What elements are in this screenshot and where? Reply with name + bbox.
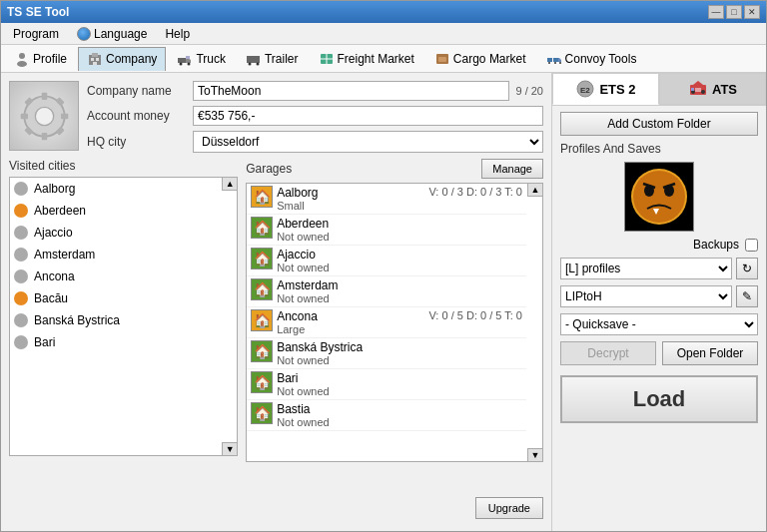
garage-name: Amsterdam bbox=[277, 278, 338, 292]
garages-section: Garages Manage ▲ 🏠AalborgSmallV: 0 / 3 D… bbox=[246, 159, 543, 487]
toolbar-truck[interactable]: Truck bbox=[168, 47, 235, 71]
city-name: Ancona bbox=[34, 269, 75, 283]
cities-scroll-down[interactable]: ▼ bbox=[222, 442, 238, 456]
profiles-dropdown[interactable]: [L] profiles bbox=[560, 258, 732, 279]
garage-list-item[interactable]: 🏠AberdeenNot owned bbox=[247, 215, 526, 246]
list-item[interactable]: Bacău bbox=[10, 287, 221, 309]
load-button[interactable]: Load bbox=[560, 375, 758, 423]
backups-checkbox[interactable] bbox=[745, 239, 758, 252]
action-buttons-row: Decrypt Open Folder bbox=[560, 341, 758, 365]
save-dropdown-row: - Quicksave - bbox=[560, 313, 758, 335]
city-visited-dot bbox=[14, 269, 28, 283]
account-money-input[interactable] bbox=[193, 106, 543, 126]
company-name-row: Company name 9 / 20 bbox=[87, 81, 543, 101]
toolbar-company[interactable]: Company bbox=[78, 47, 166, 71]
garage-icon: 🏠 bbox=[251, 371, 273, 393]
svg-point-23 bbox=[548, 62, 550, 64]
menu-language[interactable]: Language bbox=[69, 25, 155, 43]
upgrade-bar: Upgrade bbox=[9, 493, 543, 523]
svg-rect-43 bbox=[691, 88, 694, 91]
toolbar-freight[interactable]: Freight Market bbox=[310, 47, 423, 71]
garage-list-item[interactable]: 🏠AjaccioNot owned bbox=[247, 246, 526, 276]
freight-icon bbox=[319, 51, 335, 67]
cities-scroll-up[interactable]: ▲ bbox=[222, 177, 238, 191]
garages-title: Garages bbox=[246, 162, 292, 176]
minimize-button[interactable]: — bbox=[708, 5, 724, 19]
svg-rect-6 bbox=[93, 62, 97, 65]
hq-city-label: HQ city bbox=[87, 135, 187, 149]
garage-status: Not owned bbox=[277, 416, 330, 428]
svg-point-24 bbox=[554, 62, 556, 64]
visited-cities-title: Visited cities bbox=[9, 159, 75, 173]
garage-list-item[interactable]: 🏠BastiaNot owned bbox=[247, 400, 526, 431]
tab-ets2-label: ETS 2 bbox=[599, 82, 635, 97]
tab-ats-label: ATS bbox=[712, 82, 737, 97]
garage-list-item[interactable]: 🏠Banská BystricaNot owned bbox=[247, 338, 526, 369]
account-money-label: Account money bbox=[87, 109, 187, 123]
upgrade-button[interactable]: Upgrade bbox=[475, 497, 543, 519]
title-bar: TS SE Tool — □ ✕ bbox=[1, 1, 766, 23]
toolbar-cargo[interactable]: Cargo Market bbox=[425, 47, 535, 71]
svg-rect-21 bbox=[553, 58, 558, 62]
garage-name: Bari bbox=[277, 371, 330, 385]
list-item[interactable]: Amsterdam bbox=[10, 244, 221, 266]
window-controls: — □ ✕ bbox=[708, 5, 760, 19]
garage-list-item[interactable]: 🏠BariNot owned bbox=[247, 369, 526, 400]
user-dropdown[interactable]: LIPtoH bbox=[560, 285, 732, 307]
maximize-button[interactable]: □ bbox=[726, 5, 742, 19]
convoy-icon bbox=[546, 51, 562, 67]
garages-scroll-up[interactable]: ▲ bbox=[527, 183, 543, 197]
city-name: Banská Bystrica bbox=[34, 313, 120, 327]
garage-name: Aalborg bbox=[277, 186, 318, 200]
garage-details: BastiaNot owned bbox=[277, 402, 522, 428]
list-item[interactable]: Aalborg bbox=[10, 178, 221, 200]
list-item[interactable]: Ajaccio bbox=[10, 222, 221, 244]
garage-details: Banská BystricaNot owned bbox=[277, 340, 522, 366]
menu-program[interactable]: Program bbox=[5, 25, 67, 43]
svg-point-42 bbox=[701, 90, 705, 94]
garage-list-item[interactable]: 🏠AalborgSmallV: 0 / 3 D: 0 / 3 T: 0 bbox=[247, 184, 526, 215]
city-name: Bari bbox=[34, 335, 55, 349]
toolbar-trailer[interactable]: Trailer bbox=[237, 47, 308, 71]
tab-ats[interactable]: ATS bbox=[659, 73, 766, 105]
company-name-input[interactable] bbox=[193, 81, 509, 101]
truck-icon bbox=[177, 51, 193, 67]
backups-label: Backups bbox=[693, 238, 739, 252]
toolbar-profile[interactable]: Profile bbox=[5, 47, 76, 71]
garage-details: AberdeenNot owned bbox=[277, 217, 522, 243]
city-visited-dot bbox=[14, 291, 28, 305]
garage-list-item[interactable]: 🏠AnconaLargeV: 0 / 5 D: 0 / 5 T: 0 bbox=[247, 307, 526, 338]
close-button[interactable]: ✕ bbox=[744, 5, 760, 19]
edit-user-button[interactable]: ✎ bbox=[736, 285, 758, 307]
menu-help[interactable]: Help bbox=[157, 25, 198, 43]
list-item[interactable]: Aberdeen bbox=[10, 200, 221, 222]
save-dropdown[interactable]: - Quicksave - bbox=[560, 313, 758, 335]
list-item[interactable]: Ancona bbox=[10, 266, 221, 287]
garage-name: Bastia bbox=[277, 402, 330, 416]
globe-icon bbox=[77, 27, 91, 41]
garage-list-item[interactable]: 🏠AmsterdamNot owned bbox=[247, 276, 526, 307]
add-custom-folder-button[interactable]: Add Custom Folder bbox=[560, 112, 758, 136]
garages-list[interactable]: 🏠AalborgSmallV: 0 / 3 D: 0 / 3 T: 0🏠Aber… bbox=[246, 183, 543, 462]
svg-rect-3 bbox=[92, 53, 98, 57]
manage-button[interactable]: Manage bbox=[481, 159, 543, 179]
svg-point-27 bbox=[35, 107, 53, 125]
tab-ets2[interactable]: E2 ETS 2 bbox=[552, 73, 659, 105]
toolbar-convoy-label: Convoy Tools bbox=[565, 52, 637, 66]
garage-stats: V: 0 / 3 D: 0 / 3 T: 0 bbox=[428, 186, 522, 198]
list-item[interactable]: Banská Bystrica bbox=[10, 309, 221, 331]
company-logo bbox=[9, 81, 79, 151]
visited-cities-list[interactable]: AalborgAberdeenAjaccioAmsterdamAnconaBac… bbox=[9, 177, 238, 456]
garages-scroll-down[interactable]: ▼ bbox=[527, 448, 543, 462]
list-item[interactable]: Bari bbox=[10, 331, 221, 353]
hq-city-select[interactable]: Düsseldorf bbox=[193, 131, 543, 153]
open-folder-button[interactable]: Open Folder bbox=[662, 341, 758, 365]
garage-details: AmsterdamNot owned bbox=[277, 278, 522, 304]
refresh-profiles-button[interactable]: ↻ bbox=[736, 258, 758, 279]
garage-details: AnconaLargeV: 0 / 5 D: 0 / 5 T: 0 bbox=[277, 309, 522, 335]
decrypt-button[interactable]: Decrypt bbox=[560, 341, 656, 365]
company-name-label: Company name bbox=[87, 84, 187, 98]
toolbar-convoy[interactable]: Convoy Tools bbox=[537, 47, 646, 71]
left-panel: Company name 9 / 20 Account money HQ cit… bbox=[1, 73, 551, 531]
svg-point-1 bbox=[17, 61, 27, 67]
